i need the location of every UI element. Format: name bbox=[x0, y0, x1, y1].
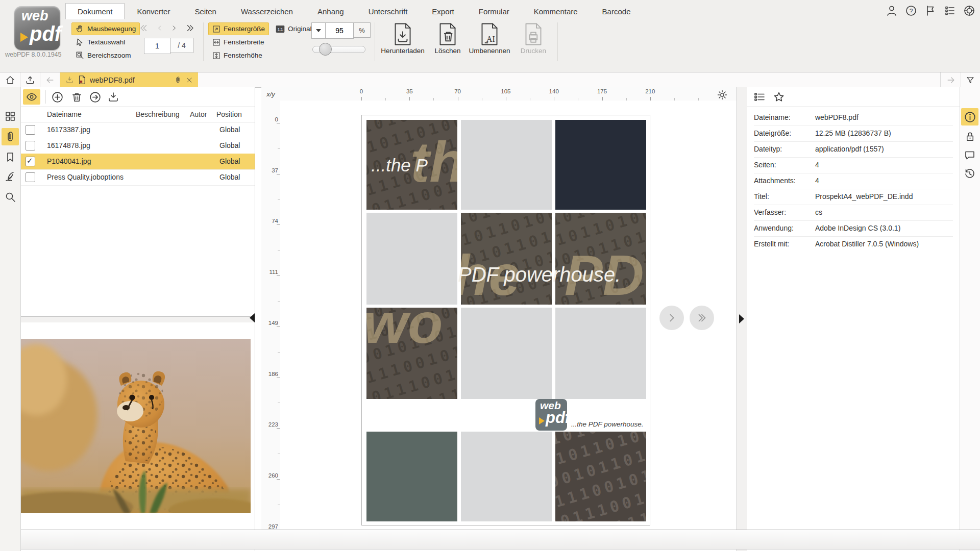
next-page-icon[interactable] bbox=[170, 23, 178, 33]
filter-button[interactable] bbox=[960, 72, 980, 87]
hruler-tick bbox=[602, 97, 603, 101]
page-text-powerhouse: PDF powerhouse. bbox=[458, 263, 621, 286]
extract-attachment-button[interactable] bbox=[86, 89, 104, 105]
vruler-label: 111 bbox=[270, 269, 278, 275]
page-image-tile bbox=[461, 432, 552, 521]
hand-icon bbox=[76, 24, 84, 33]
tab-kommentare[interactable]: Kommentare bbox=[522, 3, 590, 19]
info-icon[interactable] bbox=[961, 108, 978, 126]
zoom-slider-thumb[interactable] bbox=[319, 43, 332, 56]
attachment-paperclip-icon[interactable] bbox=[174, 76, 182, 84]
expand-right-panel-icon[interactable] bbox=[739, 314, 744, 323]
properties-list-icon[interactable] bbox=[751, 89, 768, 105]
attachment-row[interactable]: P1040041.jpg Global bbox=[21, 154, 255, 170]
flag-icon[interactable] bbox=[924, 4, 937, 17]
help-icon[interactable]: ? bbox=[904, 4, 918, 17]
next-page-circle-button[interactable] bbox=[659, 306, 684, 330]
home-button[interactable] bbox=[0, 72, 20, 87]
attachments-toolbar bbox=[21, 87, 255, 107]
hruler-tick bbox=[554, 97, 554, 101]
first-page-icon[interactable] bbox=[139, 23, 149, 33]
download-tab-icon[interactable] bbox=[65, 76, 74, 84]
tab-seiten[interactable]: Seiten bbox=[182, 3, 229, 19]
ribbon-separator bbox=[375, 22, 375, 61]
history-icon[interactable] bbox=[961, 165, 978, 182]
forward-button[interactable] bbox=[940, 72, 961, 87]
user-icon[interactable] bbox=[885, 4, 898, 17]
tab-konverter[interactable]: Konverter bbox=[125, 3, 182, 19]
back-button[interactable] bbox=[40, 72, 60, 87]
herunterladen-button[interactable]: Herunterladen bbox=[381, 22, 425, 60]
favorites-star-icon[interactable] bbox=[770, 89, 788, 105]
search-icon[interactable] bbox=[2, 188, 19, 206]
tab-formular[interactable]: Formular bbox=[467, 3, 522, 19]
collapse-left-panel-icon[interactable] bbox=[250, 313, 255, 322]
last-page-icon[interactable] bbox=[185, 23, 195, 33]
vruler-tick bbox=[277, 327, 280, 327]
prev-page-icon[interactable] bbox=[156, 23, 163, 33]
page-image-tile bbox=[366, 213, 457, 305]
signature-icon[interactable] bbox=[2, 168, 19, 185]
zoom-input[interactable] bbox=[326, 22, 354, 39]
vruler-label: 74 bbox=[272, 218, 278, 224]
drucken-button[interactable]: Drucken bbox=[517, 22, 550, 60]
col-position[interactable]: Position bbox=[216, 110, 242, 118]
col-beschreibung[interactable]: Beschreibung bbox=[136, 110, 180, 118]
tab-unterschrift[interactable]: Unterschrift bbox=[356, 3, 420, 19]
fit-width-icon bbox=[212, 38, 220, 46]
add-attachment-button[interactable] bbox=[48, 89, 66, 105]
tab-barcode[interactable]: Barcode bbox=[590, 3, 643, 19]
tab-anhang[interactable]: Anhang bbox=[305, 3, 356, 19]
fensterbreite-button[interactable]: Fensterbreite bbox=[208, 36, 268, 48]
attachment-row[interactable]: 16174878.jpg Global bbox=[21, 138, 255, 154]
rename-document-icon: AI bbox=[479, 22, 500, 46]
fenstergroesse-button[interactable]: Fenstergröße bbox=[208, 22, 269, 35]
row-checkbox[interactable] bbox=[26, 172, 35, 182]
logo-triangle-icon bbox=[539, 417, 545, 424]
document-tab[interactable]: webPDF8.pdf bbox=[60, 72, 198, 87]
document-viewport[interactable]: 1001101001011100101101001110010110100101… bbox=[280, 101, 737, 530]
row-checkbox[interactable] bbox=[26, 141, 35, 151]
col-dateiname[interactable]: Dateiname bbox=[47, 110, 82, 118]
support-icon[interactable] bbox=[963, 4, 976, 17]
bookmarks-icon[interactable] bbox=[2, 148, 19, 166]
attachment-row[interactable]: 16173387.jpg Global bbox=[21, 122, 255, 138]
delete-attachment-button[interactable] bbox=[68, 89, 85, 105]
zoom-area-icon bbox=[76, 51, 84, 60]
page-number-input[interactable] bbox=[144, 38, 170, 54]
bereichszoom-button[interactable]: Bereichszoom bbox=[71, 49, 135, 62]
textauswahl-button[interactable]: Textauswahl bbox=[71, 36, 129, 48]
list-icon[interactable] bbox=[943, 4, 957, 17]
page-image-tile bbox=[461, 120, 552, 210]
page-text-row1: ...the P bbox=[371, 155, 428, 176]
fit-height-icon bbox=[212, 52, 220, 60]
comments-icon[interactable] bbox=[961, 146, 978, 164]
security-lock-icon[interactable] bbox=[961, 128, 978, 145]
tab-wasserzeichen[interactable]: Wasserzeichen bbox=[229, 3, 305, 19]
vruler-tick bbox=[277, 479, 280, 480]
row-checkbox[interactable] bbox=[26, 125, 35, 135]
fensterhoehe-button[interactable]: Fensterhöhe bbox=[208, 49, 266, 62]
tab-export[interactable]: Export bbox=[420, 3, 466, 19]
download-document-icon bbox=[392, 22, 413, 46]
thumbnails-icon[interactable] bbox=[2, 108, 19, 125]
ruler-settings-gear-icon[interactable] bbox=[717, 89, 728, 101]
col-autor[interactable]: Autor bbox=[190, 110, 207, 118]
last-page-circle-button[interactable] bbox=[690, 306, 714, 330]
preview-eye-button[interactable] bbox=[23, 89, 40, 105]
zoom-dropdown-button[interactable] bbox=[311, 22, 326, 39]
umbenennen-button[interactable]: AI Umbenennen bbox=[468, 22, 511, 60]
upload-button[interactable] bbox=[20, 72, 40, 87]
hruler-label: 70 bbox=[454, 88, 461, 94]
info-field: Verfasser:cs bbox=[754, 205, 953, 221]
loeschen-button[interactable]: Löschen bbox=[430, 22, 465, 60]
attachments-icon[interactable] bbox=[2, 128, 19, 145]
row-checkbox[interactable] bbox=[26, 157, 35, 166]
download-attachment-button[interactable] bbox=[105, 89, 122, 105]
mausbewegung-button[interactable]: Mausbewegung bbox=[71, 22, 140, 35]
attachment-row[interactable]: Press Quality.joboptions Global bbox=[21, 169, 255, 186]
tab-dokument[interactable]: Dokument bbox=[65, 3, 125, 19]
info-field: Titel:ProspektA4_webPDF_DE.indd bbox=[754, 189, 953, 205]
info-field: Dateiname:webPDF8.pdf bbox=[754, 110, 953, 126]
close-tab-icon[interactable] bbox=[186, 77, 193, 84]
